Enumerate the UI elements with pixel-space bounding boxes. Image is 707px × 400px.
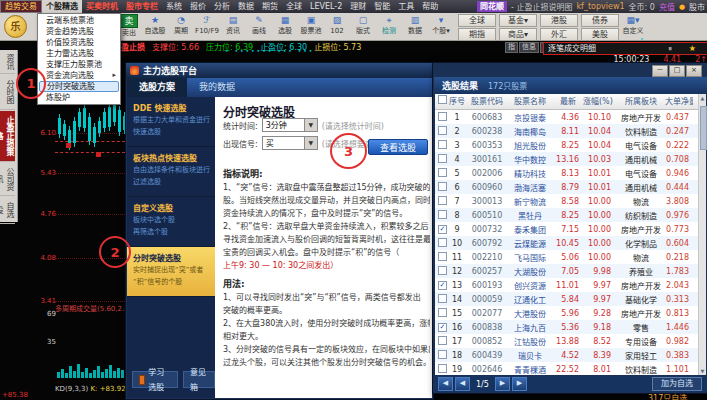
menubar-item-10[interactable]: LEVEL-2	[306, 0, 346, 13]
market-button-1-3[interactable]: 美股	[581, 28, 619, 41]
module-1[interactable]: 板块热点快速选股自由选择条件和板块进行过滤选股	[127, 147, 215, 197]
stock-row[interactable]: ✓9000732泰禾集团7.1510.00房地产开发0.773	[435, 222, 699, 236]
star-icon[interactable]: ★	[689, 43, 696, 54]
row-checkbox[interactable]	[438, 196, 447, 205]
market-button-1-0[interactable]: 期指	[458, 28, 496, 41]
menubar-item-4[interactable]: 系统	[162, 0, 186, 13]
row-checkbox[interactable]	[438, 112, 447, 121]
side-tab-4[interactable]: 自选股	[0, 197, 15, 224]
header-checkbox[interactable]	[438, 95, 447, 104]
toolbar-button-3[interactable]: ▤资讯	[220, 14, 246, 36]
menubar-item-2[interactable]: 买卖时机	[82, 0, 122, 13]
row-checkbox[interactable]: ✓	[438, 281, 447, 290]
col-header-6[interactable]: 大单净量▼	[665, 94, 693, 109]
col-header-4[interactable]: 涨幅(%) ↓	[583, 94, 617, 109]
toolbar-button-2[interactable]: ℱF10/F9	[194, 14, 220, 36]
row-checkbox[interactable]	[438, 336, 447, 345]
scroll-down-icon[interactable]: ▼	[699, 368, 706, 374]
menu-item-4[interactable]: 支撑压力股票池	[39, 59, 119, 70]
col-header-2[interactable]: 股票名称	[507, 94, 553, 109]
menubar-item-6[interactable]: 分析	[210, 0, 234, 13]
pager-first-button[interactable]: ◀	[438, 377, 453, 391]
tick-detail-panel-header[interactable]: 逐笔成交明细 ⏸ ★	[543, 42, 707, 55]
scroll-up-icon[interactable]: ▲	[699, 95, 706, 101]
toolbar-button-8[interactable]: ▢版式	[350, 14, 376, 36]
stock-row[interactable]: 4300161华中数控13.1610.03通用机械0.708	[435, 152, 699, 166]
menu-item-7[interactable]: 炼股炉	[39, 92, 119, 103]
col-header-5[interactable]: 所属板块	[617, 94, 665, 109]
stock-row[interactable]: 12600257大湖股份7.059.98养殖业1.783	[435, 264, 699, 278]
menu-item-5[interactable]: 资金流向选股▸	[39, 70, 119, 81]
stock-row[interactable]: 8600510黑牡丹8.2510.00纺织制造0.976	[435, 208, 699, 222]
stock-row[interactable]: 19002646青青稞酒22.528.01饮料制造1.101	[435, 362, 699, 375]
side-tab-2[interactable]: 止盈止损策略	[0, 111, 15, 162]
row-checkbox[interactable]: ✓	[438, 225, 447, 234]
results-scrollbar[interactable]: ▲ ▼	[698, 94, 706, 375]
col-header-check[interactable]	[435, 94, 447, 109]
toolbar-button-10[interactable]: ▥数据	[402, 14, 428, 36]
add-to-watchlist-button[interactable]: 加为自选	[652, 377, 702, 391]
custom-layout-button[interactable]: ▦▾ 自定义	[616, 14, 650, 36]
market-button-1-2[interactable]: 外汇	[540, 28, 578, 41]
menubar-item-11[interactable]: 理财	[346, 0, 370, 13]
menu-item-1[interactable]: 资金趋势选股	[39, 26, 119, 37]
dialog-titlebar[interactable]: 主力选股平台	[126, 63, 433, 78]
toolbar-button-7[interactable]: ▨102	[324, 14, 350, 36]
stock-row[interactable]: 3600353旭光股份8.2510.04电气设备0.222	[435, 138, 699, 152]
stock-row[interactable]: 7300013新宁物流8.5810.00物流3.808	[435, 194, 699, 208]
view-results-button[interactable]: 查看选股	[368, 139, 428, 155]
menu-item-6[interactable]: 分时突破选股	[39, 81, 119, 92]
module-0[interactable]: DDE 快速选股根据主力大单和资金进行快速选股	[127, 97, 215, 147]
col-header-1[interactable]: 股票代码	[467, 94, 507, 109]
stock-row[interactable]: 18600439瑞贝卡4.528.39家用轻工0.383	[435, 348, 699, 362]
row-checkbox[interactable]	[438, 182, 447, 191]
menubar-item-8[interactable]: 期货	[258, 0, 282, 13]
tab-my-data[interactable]: 我的数据	[187, 78, 247, 97]
close-button[interactable]: ×	[686, 65, 702, 77]
tab-stock-plans[interactable]: 选股方案	[127, 78, 187, 97]
quote-tab-0[interactable]: 指	[505, 42, 518, 53]
stock-row[interactable]: 10600792云煤能源10.4510.00化学制品0.604	[435, 236, 699, 250]
stock-row[interactable]: 15002077大港股份5.969.28房地产开发0.813	[435, 306, 699, 320]
module-3[interactable]: 分时突破选股实时捕捉出现“突”或者“积”信号的个股	[127, 247, 215, 297]
market-button-1-1[interactable]: 商品▾	[499, 28, 537, 41]
row-checkbox[interactable]	[438, 294, 447, 303]
toolbar-button-5[interactable]: ▦选股	[272, 14, 298, 36]
stock-row[interactable]: 6600960渤海活塞8.7910.01通用机械0.444	[435, 180, 699, 194]
side-tab-1[interactable]: 分时图	[0, 75, 15, 110]
stat-time-select[interactable]: 3分钟	[262, 118, 318, 132]
module-2[interactable]: 自定义选股板块中选个股再筛选个股	[127, 197, 215, 247]
minimize-button[interactable]: －	[652, 65, 668, 77]
row-checkbox[interactable]	[438, 168, 447, 177]
row-checkbox[interactable]	[438, 140, 447, 149]
menubar-item-1[interactable]: 个股精选	[42, 0, 82, 13]
row-checkbox[interactable]	[438, 252, 447, 261]
pause-icon[interactable]: ⏸	[668, 43, 672, 54]
signal-select[interactable]: 买	[262, 136, 318, 150]
menubar-item-14[interactable]: 帮助	[418, 0, 442, 13]
market-button-0-0[interactable]: 全球	[458, 14, 496, 27]
quote-tab-1[interactable]: 信息	[519, 42, 539, 53]
stock-row[interactable]: 2600238海南椰岛8.1110.04饮料制造0.247	[435, 124, 699, 138]
dialog-footer-button-1[interactable]: 意见箱	[183, 371, 215, 388]
row-checkbox[interactable]	[438, 238, 447, 247]
toolbar-button-11[interactable]: ▾个股▾	[428, 14, 454, 36]
stock-row[interactable]: 14000059辽通化工5.849.97基础化学0.313	[435, 292, 699, 306]
menu-item-0[interactable]: 云端系统票池	[39, 15, 119, 26]
menubar-item-3[interactable]: 股市专栏	[122, 0, 162, 13]
dialog-footer-button-0[interactable]: 学习选股	[132, 371, 178, 388]
maximize-button[interactable]: □	[669, 65, 685, 77]
toolbar-button-6[interactable]: ▣股票池	[298, 14, 324, 36]
market-button-0-2[interactable]: 港股	[540, 14, 578, 27]
stock-row[interactable]: 17000852江钻股份13.888.52专用设备0.982	[435, 334, 699, 348]
side-tab-3[interactable]: 公司资讯	[0, 163, 15, 196]
row-checkbox[interactable]	[438, 126, 447, 135]
col-header-0[interactable]: 序号	[447, 94, 467, 109]
row-checkbox[interactable]	[438, 350, 447, 359]
recharge-link[interactable]: 充值	[659, 1, 675, 12]
scrollbar-thumb[interactable]	[700, 106, 707, 150]
menu-item-2[interactable]: 价值投资选股	[39, 37, 119, 48]
account-name[interactable]: kf_topview1	[576, 2, 624, 11]
row-checkbox[interactable]: ✓	[438, 323, 447, 332]
row-checkbox[interactable]	[438, 308, 447, 317]
